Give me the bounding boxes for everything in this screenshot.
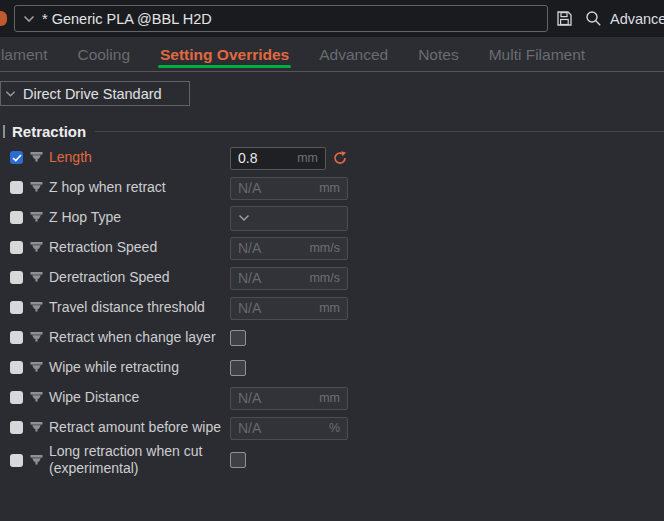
override-checkbox[interactable] (10, 361, 23, 374)
unit-label: mm (297, 151, 318, 165)
top-toolbar: * Generic PLA @BBL H2D Advanced (0, 0, 664, 37)
setting-label: Z hop when retract (49, 179, 166, 196)
tab-advanced[interactable]: Advanced (319, 37, 388, 71)
setting-row-retract-amount-before-wipe: Retract amount before wipe N/A% (0, 413, 664, 443)
unit-label: % (329, 421, 340, 435)
tab-cooling[interactable]: Cooling (77, 37, 130, 71)
tab-filament[interactable]: Filament (0, 37, 47, 71)
tab-multi-filament[interactable]: Multi Filament (489, 37, 585, 71)
unit-label: mm (319, 301, 340, 315)
value-input[interactable]: N/Amm/s (230, 267, 348, 290)
setting-row-retraction-speed: Retraction Speed N/Amm/s (0, 233, 664, 263)
value-checkbox[interactable] (230, 360, 246, 376)
setting-label: Wipe Distance (49, 389, 139, 406)
override-checkbox[interactable] (10, 454, 23, 467)
extruder-variant-select[interactable]: Direct Drive Standard (0, 81, 190, 106)
search-icon[interactable] (585, 10, 602, 27)
value-input[interactable]: N/A% (230, 417, 348, 440)
override-checkbox[interactable] (10, 331, 23, 344)
setting-label: Retract when change layer (49, 329, 216, 346)
value-checkbox[interactable] (230, 330, 246, 346)
nozzle-icon (29, 360, 44, 375)
chevron-down-icon (5, 90, 16, 98)
nozzle-icon (29, 180, 44, 195)
unit-label: mm/s (309, 241, 340, 255)
input-value: N/A (238, 270, 309, 286)
setting-row-travel-distance-threshold: Travel distance threshold N/Amm (0, 293, 664, 323)
retraction-rows: Length 0.8mm Z hop when retract N/Amm Z … (0, 143, 664, 477)
preset-name: * Generic PLA @BBL H2D (42, 11, 212, 27)
collapse-icon[interactable] (0, 125, 5, 138)
section-divider (95, 131, 664, 132)
value-select[interactable] (230, 206, 348, 231)
setting-row-wipe-distance: Wipe Distance N/Amm (0, 383, 664, 413)
value-input[interactable]: N/Amm/s (230, 237, 348, 260)
input-value: N/A (238, 420, 329, 436)
override-checkbox[interactable] (10, 211, 23, 224)
tab-bar: FilamentCoolingSetting OverridesAdvanced… (0, 37, 664, 72)
override-checkbox[interactable] (10, 241, 23, 254)
nozzle-icon (29, 420, 44, 435)
setting-label: Deretraction Speed (49, 269, 170, 286)
filament-preset-select[interactable]: * Generic PLA @BBL H2D (14, 5, 548, 32)
setting-label: Retract amount before wipe (49, 419, 221, 436)
filament-spool-icon (0, 11, 7, 26)
override-checkbox[interactable] (10, 391, 23, 404)
setting-label: Length (49, 149, 92, 166)
setting-label: Retraction Speed (49, 239, 157, 256)
nozzle-icon (29, 390, 44, 405)
setting-label: Long retraction when cut (experimental) (49, 443, 230, 477)
variant-name: Direct Drive Standard (23, 86, 162, 102)
input-value: 0.8 (238, 150, 297, 166)
input-value: N/A (238, 240, 309, 256)
value-input[interactable]: N/Amm (230, 297, 348, 320)
section-title: Retraction (12, 123, 86, 140)
setting-row-z-hop-type: Z Hop Type (0, 203, 664, 233)
override-checkbox[interactable] (10, 421, 23, 434)
override-checkbox[interactable] (10, 271, 23, 284)
nozzle-icon (29, 150, 44, 165)
value-input[interactable]: N/Amm (230, 177, 348, 200)
setting-label: Z Hop Type (49, 209, 121, 226)
setting-row-deretraction-speed: Deretraction Speed N/Amm/s (0, 263, 664, 293)
setting-label: Travel distance threshold (49, 299, 205, 316)
input-value: N/A (238, 180, 319, 196)
input-value: N/A (238, 300, 319, 316)
setting-row-length: Length 0.8mm (0, 143, 664, 173)
input-value: N/A (238, 390, 319, 406)
setting-row-z-hop-when-retract: Z hop when retract N/Amm (0, 173, 664, 203)
chevron-down-icon (23, 15, 35, 23)
check-icon (12, 154, 22, 162)
chevron-down-icon (238, 214, 250, 222)
override-checkbox[interactable] (10, 301, 23, 314)
value-checkbox[interactable] (230, 452, 246, 468)
setting-row-retract-when-change-layer: Retract when change layer (0, 323, 664, 353)
setting-row-long-retraction-when-cut-experimental-: Long retraction when cut (experimental) (0, 443, 664, 477)
override-checkbox[interactable] (10, 181, 23, 194)
save-preset-icon[interactable] (556, 10, 573, 27)
unit-label: mm (319, 391, 340, 405)
reset-to-default-icon[interactable] (332, 150, 348, 166)
nozzle-icon (29, 270, 44, 285)
value-input[interactable]: N/Amm (230, 387, 348, 410)
nozzle-icon (29, 210, 44, 225)
value-input[interactable]: 0.8mm (230, 147, 326, 170)
nozzle-icon (29, 300, 44, 315)
unit-label: mm/s (309, 271, 340, 285)
setting-row-wipe-while-retracting: Wipe while retracting (0, 353, 664, 383)
advanced-mode-label[interactable]: Advanced (610, 11, 664, 27)
unit-label: mm (319, 181, 340, 195)
setting-label: Wipe while retracting (49, 359, 179, 376)
nozzle-icon (29, 453, 44, 468)
override-checkbox[interactable] (10, 151, 23, 164)
tab-notes[interactable]: Notes (418, 37, 459, 71)
tab-setting-overrides[interactable]: Setting Overrides (160, 37, 289, 71)
settings-content: Direct Drive Standard Retraction Length … (0, 73, 664, 521)
nozzle-icon (29, 240, 44, 255)
retraction-section-header: Retraction (0, 120, 664, 142)
nozzle-icon (29, 330, 44, 345)
